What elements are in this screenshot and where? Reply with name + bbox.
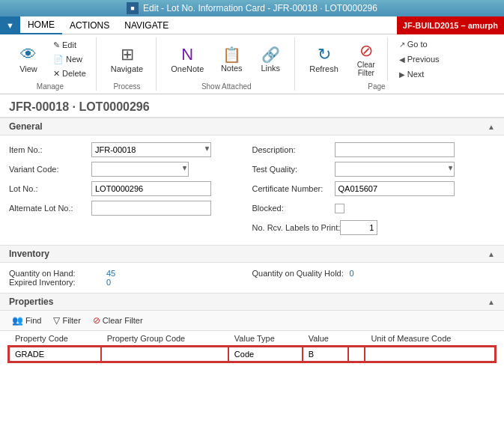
section-inventory-chevron: ▲ [488,250,495,258]
edit-icon: ✎ [53,40,60,50]
expired-inv-value[interactable]: 0 [106,278,111,287]
qty-quality-hold-row: Quantity on Quality Hold: 0 [252,269,496,278]
properties-table-body: GRADE Code B [9,347,495,362]
section-inventory: Inventory ▲ Quantity on Hand: 45 Expired… [0,245,504,293]
item-no-label: Item No.: [9,145,91,154]
section-properties-header[interactable]: Properties ▲ [0,293,504,311]
menu-bar: ▼ HOME ACTIONS NAVIGATE JF-BUILD2015 – a… [0,16,504,34]
ribbon-page-buttons: ↻ Refresh ⊘ ClearFilter ↗ Go to ◀ Previo… [303,37,450,81]
page-content: JFR-00018 · LOT0000296 General ▲ Item No… [0,94,504,438]
col-property-group-code: Property Group Code [101,331,228,347]
home-dropdown-button[interactable]: ▼ [0,16,20,34]
next-label: Next [407,70,425,79]
find-button[interactable]: 👥 Find [9,314,44,327]
record-header-text: JFR-00018 · LOT0000296 [9,100,150,113]
filter-icon: ▽ [53,315,60,326]
table-row[interactable]: GRADE Code B [9,347,495,362]
general-form-grid: Item No.: ▾ Variant Code: ▾ [9,142,495,239]
ribbon-group-page: ↻ Refresh ⊘ ClearFilter ↗ Go to ◀ Previo… [297,37,456,91]
description-input[interactable] [335,142,455,157]
ribbon-attached-buttons: N OneNote 📋 Notes 🔗 Links [164,37,288,81]
links-label: Links [261,64,280,73]
test-quality-input[interactable] [335,162,455,177]
props-clear-filter-button[interactable]: ⊘ Clear Filter [90,314,146,327]
view-icon: 👁 [20,45,37,64]
menu-item-actions[interactable]: ACTIONS [62,16,117,34]
certificate-input[interactable] [335,181,455,196]
section-general-title: General [9,121,43,132]
section-general-content: Item No.: ▾ Variant Code: ▾ [0,136,504,245]
view-button[interactable]: 👁 View [10,37,46,81]
notes-button[interactable]: 📋 Notes [213,37,249,81]
refresh-button[interactable]: ↻ Refresh [303,37,345,81]
test-quality-label: Test Quality: [252,165,335,174]
description-row: Description: [252,142,490,158]
item-no-input[interactable] [91,142,211,157]
inventory-grid: Quantity on Hand: 45 Expired Inventory: … [9,269,495,287]
blocked-checkbox[interactable] [335,204,344,213]
section-inventory-title: Inventory [9,249,49,259]
variant-code-input[interactable] [91,162,189,177]
cell-extra [348,347,365,362]
section-properties: Properties ▲ 👥 Find ▽ Filter ⊘ Clear Fil… [0,293,504,368]
expired-inv-row: Expired Inventory: 0 [9,278,252,287]
goto-icon: ↗ [399,40,405,49]
new-button[interactable]: 📄 New [49,52,90,66]
previous-icon: ◀ [399,55,405,64]
previous-button[interactable]: ◀ Previous [395,52,443,66]
notes-label: Notes [221,64,243,73]
props-clear-filter-icon: ⊘ [93,315,100,326]
manage-small-buttons: ✎ Edit 📄 New ✕ Delete [49,38,90,80]
col-property-code: Property Code [9,331,101,347]
menu-item-home[interactable]: HOME [20,16,62,34]
find-label: Find [25,316,41,325]
clear-filter-icon: ⊘ [359,41,373,61]
labels-input[interactable] [340,220,377,235]
filter-button[interactable]: ▽ Filter [50,314,83,327]
clear-filter-button[interactable]: ⊘ ClearFilter [348,37,384,81]
blocked-row: Blocked: [252,200,490,216]
variant-code-select-wrapper: ▾ [91,162,189,177]
variant-code-row: Variant Code: ▾ [9,161,246,177]
view-label: View [19,64,37,73]
new-icon: 📄 [53,55,64,64]
test-quality-select-wrapper: ▾ [335,162,455,177]
title-bar: ■ Edit - Lot No. Information Card - JFR-… [0,0,504,16]
next-button[interactable]: ▶ Next [395,67,443,81]
properties-toolbar: 👥 Find ▽ Filter ⊘ Clear Filter [0,311,504,331]
navigate-button[interactable]: ⊞ Navigate [104,37,150,81]
show-attached-group-label: Show Attached [201,81,252,91]
process-group-label: Process [113,81,140,91]
user-badge: JF-BUILD2015 – amurph [397,16,504,34]
ribbon-manage-buttons: 👁 View ✎ Edit 📄 New ✕ Delete [10,37,90,81]
qty-on-hand-label: Quantity on Hand: [9,269,106,278]
refresh-icon: ↻ [318,45,331,64]
cell-uom [365,347,495,362]
edit-button[interactable]: ✎ Edit [49,38,90,52]
filter-label: Filter [62,316,80,325]
alternate-lot-input[interactable] [91,201,211,216]
delete-button[interactable]: ✕ Delete [49,67,90,80]
qty-quality-hold-value[interactable]: 0 [350,269,354,278]
general-form-right: Description: Test Quality: ▾ Certificate… [252,142,496,239]
links-button[interactable]: 🔗 Links [252,37,288,81]
menu-item-navigate[interactable]: NAVIGATE [117,16,176,34]
qty-on-hand-value[interactable]: 45 [106,269,115,278]
col-extra [348,331,365,347]
lot-no-input[interactable] [91,181,211,196]
properties-table-head: Property Code Property Group Code Value … [9,331,495,347]
notes-icon: 📋 [222,46,241,64]
cell-property-group-code [101,347,228,362]
ribbon-process-buttons: ⊞ Navigate [104,37,150,81]
col-uom: Unit of Measure Code [365,331,495,347]
qty-quality-hold-label: Quantity on Quality Hold: [252,269,350,278]
properties-table: Property Code Property Group Code Value … [9,331,495,362]
section-inventory-header[interactable]: Inventory ▲ [0,246,504,263]
section-properties-chevron: ▲ [488,298,495,306]
onenote-button[interactable]: N OneNote [164,37,210,81]
properties-table-header-row: Property Code Property Group Code Value … [9,331,495,347]
ribbon: 👁 View ✎ Edit 📄 New ✕ Delete Manage [0,34,504,94]
goto-button[interactable]: ↗ Go to [395,37,443,51]
section-general-header[interactable]: General ▲ [0,118,504,136]
delete-label: Delete [62,69,86,78]
